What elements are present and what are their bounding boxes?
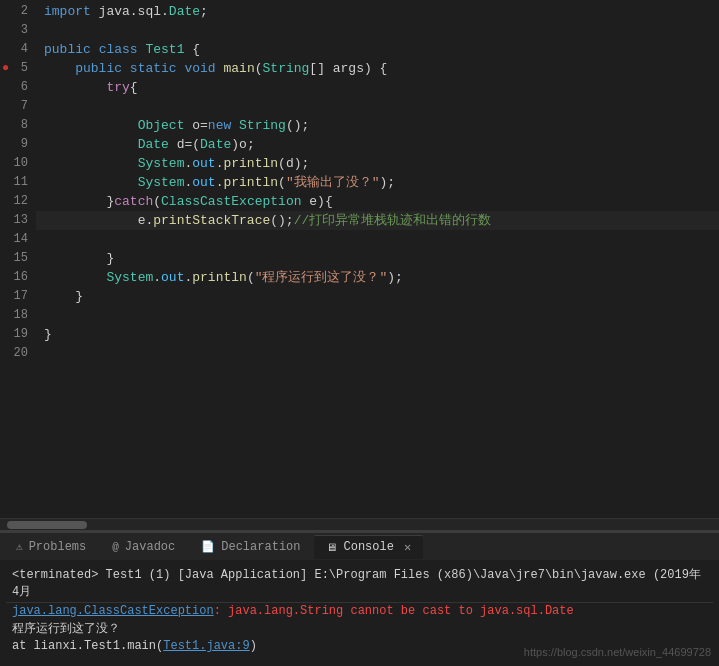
token: void	[184, 61, 215, 76]
line-content-19: }	[36, 325, 719, 344]
token: Date	[169, 4, 200, 19]
watermark: https://blog.csdn.net/weixin_44699728	[524, 646, 711, 658]
token: );	[380, 175, 396, 190]
token: "我输出了没？"	[286, 175, 380, 190]
code-line-7: 7	[0, 97, 719, 116]
token: d=(	[169, 137, 200, 152]
code-line-11: 11 System.out.println("我输出了没？");	[0, 173, 719, 192]
code-line-20: 20	[0, 344, 719, 363]
token: String	[239, 118, 286, 133]
tab-console[interactable]: 🖥Console✕	[314, 535, 423, 559]
line-number-14: 14	[0, 230, 36, 249]
line-content-10: System.out.println(d);	[36, 154, 719, 173]
token: static	[130, 61, 177, 76]
stack-link[interactable]: Test1.java:9	[163, 639, 249, 653]
line-content-17: }	[36, 287, 719, 306]
line-content-11: System.out.println("我输出了没？");	[36, 173, 719, 192]
line-content-4: public class Test1 {	[36, 40, 719, 59]
token: ;	[200, 4, 208, 19]
token: println	[223, 175, 278, 190]
token: println	[223, 156, 278, 171]
code-line-2: 2import java.sql.Date;	[0, 2, 719, 21]
token	[44, 61, 75, 76]
console-output-line: 程序运行到这了没？	[6, 619, 713, 638]
line-number-16: 16	[0, 268, 36, 287]
token: [] args) {	[309, 61, 387, 76]
line-content-12: }catch(ClassCastException e){	[36, 192, 719, 211]
line-number-4: 4	[0, 40, 36, 59]
token: //打印异常堆栈轨迹和出错的行数	[294, 213, 492, 228]
token: Test1	[145, 42, 184, 57]
token: System	[106, 270, 153, 285]
scrollbar-thumb[interactable]	[7, 521, 87, 529]
line-content-9: Date d=(Date)o;	[36, 135, 719, 154]
code-editor: 2import java.sql.Date;3 4public class Te…	[0, 0, 719, 363]
token: out	[192, 156, 215, 171]
token: o=	[184, 118, 207, 133]
token: e){	[302, 194, 333, 209]
token: System	[138, 156, 185, 171]
token: Date	[200, 137, 231, 152]
token: println	[192, 270, 247, 285]
token: ();	[286, 118, 309, 133]
main-layout: 2import java.sql.Date;3 4public class Te…	[0, 0, 719, 666]
token: );	[387, 270, 403, 285]
line-content-6: try{	[36, 78, 719, 97]
token: ClassCastException	[161, 194, 301, 209]
token: (	[278, 175, 286, 190]
token: public	[75, 61, 122, 76]
line-content-18	[36, 306, 719, 325]
token	[122, 61, 130, 76]
token	[44, 270, 106, 285]
line-number-12: 12	[0, 192, 36, 211]
token: {	[130, 80, 138, 95]
line-number-19: 19	[0, 325, 36, 344]
token: main	[224, 61, 255, 76]
line-number-17: 17	[0, 287, 36, 306]
console-error-line: java.lang.ClassCastException: java.lang.…	[6, 603, 713, 619]
token	[44, 175, 138, 190]
tab-problems[interactable]: ⚠Problems	[4, 535, 98, 559]
code-line-15: 15 }	[0, 249, 719, 268]
code-line-16: 16 System.out.println("程序运行到这了没？");	[0, 268, 719, 287]
line-number-8: 8	[0, 116, 36, 135]
line-content-5: public static void main(String[] args) {	[36, 59, 719, 78]
line-number-6: 6	[0, 78, 36, 97]
token: Date	[138, 137, 169, 152]
token: out	[192, 175, 215, 190]
token: try	[106, 80, 129, 95]
token: java.sql.	[91, 4, 169, 19]
tab-declaration[interactable]: 📄Declaration	[189, 535, 312, 559]
line-content-7	[36, 97, 719, 116]
declaration-tab-label: Declaration	[221, 540, 300, 554]
line-number-5: 5	[0, 59, 36, 78]
javadoc-tab-label: Javadoc	[125, 540, 175, 554]
code-line-4: 4public class Test1 {	[0, 40, 719, 59]
token: catch	[114, 194, 153, 209]
token: (	[255, 61, 263, 76]
token	[91, 42, 99, 57]
console-content: <terminated> Test1 (1) [Java Application…	[0, 560, 719, 658]
console-tab-icon: 🖥	[326, 541, 337, 554]
code-line-17: 17 }	[0, 287, 719, 306]
token	[44, 118, 138, 133]
line-number-20: 20	[0, 344, 36, 363]
exception-link[interactable]: java.lang.ClassCastException	[12, 604, 214, 618]
console-close-icon[interactable]: ✕	[404, 540, 411, 555]
token: Object	[138, 118, 185, 133]
code-line-12: 12 }catch(ClassCastException e){	[0, 192, 719, 211]
line-content-8: Object o=new String();	[36, 116, 719, 135]
token: }	[44, 289, 83, 304]
line-content-20	[36, 344, 719, 363]
scrollbar-horizontal[interactable]	[0, 518, 719, 530]
problems-tab-label: Problems	[29, 540, 87, 554]
stack-end: )	[250, 639, 257, 653]
token: import	[44, 4, 91, 19]
token: (d);	[278, 156, 309, 171]
line-number-11: 11	[0, 173, 36, 192]
code-line-5: 5 public static void main(String[] args)…	[0, 59, 719, 78]
stack-indent: at lianxi.Test1.main(	[12, 639, 163, 653]
line-content-16: System.out.println("程序运行到这了没？");	[36, 268, 719, 287]
tab-javadoc[interactable]: @Javadoc	[100, 535, 187, 559]
line-content-13: e.printStackTrace();//打印异常堆栈轨迹和出错的行数	[36, 211, 719, 230]
